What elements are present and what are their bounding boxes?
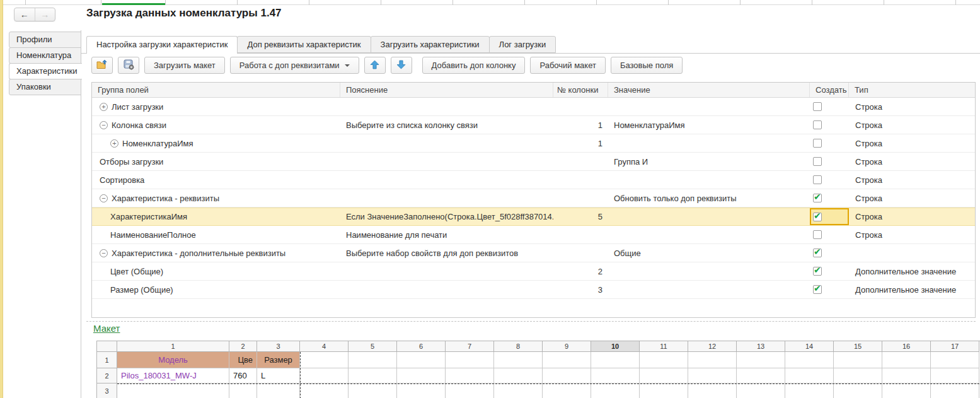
note-cell[interactable]: Выберите набор свойств для доп реквизито…: [340, 244, 553, 262]
create-checkbox[interactable]: [813, 157, 822, 166]
value-cell[interactable]: [608, 171, 810, 189]
sidebar-tab[interactable]: Упаковки: [9, 79, 81, 95]
column-number-cell[interactable]: [553, 153, 608, 170]
sheet-column-header[interactable]: 4: [300, 341, 349, 352]
create-cell[interactable]: [810, 226, 849, 243]
sheet-cell[interactable]: L: [257, 368, 300, 383]
table-row[interactable]: Колонка связи Выберите из списка колонку…: [92, 116, 975, 134]
create-checkbox[interactable]: [813, 120, 822, 129]
group-cell[interactable]: Цвет (Общие): [92, 262, 340, 280]
column-number-cell[interactable]: [553, 171, 608, 189]
sheet-cell[interactable]: [494, 383, 543, 398]
type-cell[interactable]: Строка: [849, 98, 975, 115]
sheet-column-header[interactable]: 17: [931, 341, 979, 352]
sheet-column-header[interactable]: 11: [640, 341, 688, 352]
create-cell[interactable]: [810, 134, 849, 152]
group-cell[interactable]: НоменклатураИмя: [92, 134, 340, 152]
value-cell[interactable]: [608, 134, 810, 152]
sheet-column-header[interactable]: 16: [882, 341, 931, 352]
create-cell[interactable]: [810, 189, 849, 207]
note-cell[interactable]: [340, 189, 553, 207]
sheet-cell[interactable]: [117, 383, 229, 398]
sheet-cell[interactable]: [737, 368, 785, 383]
sheet-cell[interactable]: 760: [229, 368, 257, 383]
column-header-group[interactable]: Группа полей: [92, 83, 340, 97]
sheet-cell[interactable]: Размер: [257, 352, 300, 368]
create-cell[interactable]: [810, 262, 849, 280]
create-cell[interactable]: [810, 153, 849, 170]
create-checkbox[interactable]: [813, 249, 822, 257]
value-cell[interactable]: Общие: [608, 244, 810, 262]
sheet-cell[interactable]: [349, 368, 397, 383]
sheet-cell[interactable]: [397, 383, 446, 398]
sheet-cell[interactable]: [882, 352, 931, 368]
group-cell[interactable]: Размер (Общие): [92, 281, 340, 298]
note-cell[interactable]: [340, 134, 553, 152]
sheet-cell[interactable]: [931, 383, 979, 398]
note-cell[interactable]: [340, 281, 553, 298]
sheet-row-header[interactable]: 3: [97, 383, 117, 398]
sheet-column-header[interactable]: 9: [543, 341, 591, 352]
column-header-note[interactable]: Пояснение: [340, 83, 553, 97]
note-cell[interactable]: Выберите из списка колонку связи: [340, 116, 553, 134]
sheet-column-header[interactable]: 10: [591, 341, 640, 352]
expand-toggle-icon[interactable]: [100, 121, 108, 129]
base-fields-button[interactable]: Базовые поля: [611, 57, 683, 74]
type-cell[interactable]: Строка: [849, 226, 975, 243]
create-checkbox[interactable]: [813, 213, 822, 221]
main-tab[interactable]: Загрузить характеристики: [371, 36, 490, 53]
column-number-cell[interactable]: 2: [553, 262, 608, 280]
sheet-cell[interactable]: [785, 352, 834, 368]
sheet-cell[interactable]: [591, 383, 640, 398]
expand-toggle-icon[interactable]: [100, 249, 108, 257]
value-cell[interactable]: [608, 208, 810, 225]
load-template-button[interactable]: Загрузить макет: [144, 57, 225, 74]
table-row[interactable]: Характеристика - дополнительные реквизит…: [92, 244, 975, 262]
sheet-cell[interactable]: [785, 383, 834, 398]
value-cell[interactable]: НоменклатураИмя: [608, 116, 810, 134]
sheet-column-header[interactable]: 5: [349, 341, 397, 352]
create-checkbox[interactable]: [813, 175, 822, 184]
sheet-cell[interactable]: [931, 368, 979, 383]
sheet-cell[interactable]: [737, 352, 785, 368]
column-number-cell[interactable]: [553, 244, 608, 262]
value-cell[interactable]: Группа И: [608, 153, 810, 170]
sheet-column-header[interactable]: 14: [785, 341, 834, 352]
sheet-cell[interactable]: [591, 352, 640, 368]
create-cell[interactable]: [810, 98, 849, 115]
sheet-cell[interactable]: [543, 368, 591, 383]
create-cell[interactable]: [810, 244, 849, 262]
create-checkbox[interactable]: [813, 230, 822, 239]
type-cell[interactable]: Строка: [849, 134, 975, 152]
sheet-cell[interactable]: [640, 368, 688, 383]
sheet-cell[interactable]: [640, 383, 688, 398]
move-down-button[interactable]: [391, 57, 412, 74]
sheet-column-header[interactable]: 13: [737, 341, 785, 352]
table-row[interactable]: ХарактеристикаИмя Если ЗначениеЗаполнено…: [92, 208, 975, 226]
main-tab[interactable]: Лог загрузки: [489, 36, 556, 53]
create-checkbox[interactable]: [813, 285, 822, 294]
group-cell[interactable]: Колонка связи: [92, 116, 340, 134]
work-with-attributes-button[interactable]: Работа с доп реквизитами: [230, 57, 359, 74]
sheet-cell[interactable]: [494, 352, 543, 368]
create-cell[interactable]: [810, 208, 849, 225]
column-header-colnum[interactable]: № колонки: [553, 83, 608, 97]
sheet-cell[interactable]: [834, 383, 882, 398]
type-cell[interactable]: [849, 244, 975, 262]
sheet-column-header[interactable]: 6: [397, 341, 446, 352]
type-cell[interactable]: Строка: [849, 189, 975, 207]
type-cell[interactable]: Строка: [849, 171, 975, 189]
sidebar-tab[interactable]: Номенклатура: [9, 47, 81, 64]
note-cell[interactable]: [340, 262, 553, 280]
sheet-cell[interactable]: [543, 383, 591, 398]
main-tab[interactable]: Доп реквизиты характеристик: [237, 36, 371, 53]
value-cell[interactable]: [608, 98, 810, 115]
sheet-cell[interactable]: [229, 383, 257, 398]
create-cell[interactable]: [810, 281, 849, 298]
create-cell[interactable]: [810, 171, 849, 189]
sheet-cell[interactable]: Pilos_180031_MW-J: [117, 368, 229, 383]
type-cell[interactable]: Дополнительное значение: [849, 281, 975, 298]
table-row[interactable]: Характеристика - реквизиты Обновить толь…: [92, 189, 975, 208]
table-row[interactable]: НаименованиеПолное Наименование для печа…: [92, 226, 975, 244]
create-checkbox[interactable]: [813, 102, 822, 111]
